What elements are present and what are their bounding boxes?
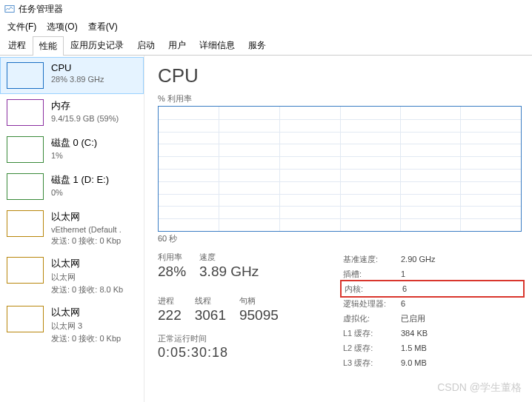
sidebar-item-sub: 以太网 3 <box>51 321 139 332</box>
menubar: 文件(F) 选项(O) 查看(V) <box>0 18 532 34</box>
titlebar: 任务管理器 <box>0 0 532 18</box>
ethernet-thumb-icon <box>7 306 44 332</box>
sidebar-item-disk0[interactable]: 磁盘 0 (C:) 1% <box>0 131 144 168</box>
window-title: 任务管理器 <box>19 3 63 16</box>
sidebar-item-label: CPU <box>51 62 139 73</box>
main: CPU 28% 3.89 GHz 内存 9.4/15.9 GB (59%) 磁盘… <box>0 56 532 402</box>
sidebar-item-sub: 以太网 <box>51 272 139 283</box>
sidebar-item-label: 以太网 <box>51 210 139 224</box>
sidebar-item-sub2: 发送: 0 接收: 0 Kbp <box>51 235 139 247</box>
menu-options[interactable]: 选项(O) <box>42 19 82 33</box>
stats-area: 利用率 28% 速度 3.89 GHz 进程 222 线程 3061 句柄 <box>158 252 522 370</box>
sidebar-item-sub: 0% <box>51 188 139 197</box>
stat-processes: 进程 222 <box>158 295 182 329</box>
sidebar-item-label: 磁盘 1 (D: E:) <box>51 173 139 187</box>
sidebar-item-label: 磁盘 0 (C:) <box>51 136 139 150</box>
sidebar-item-label: 内存 <box>51 99 139 113</box>
stat-uptime: 正常运行时间 0:05:30:18 <box>158 333 307 366</box>
tab-startup[interactable]: 启动 <box>130 36 162 55</box>
sidebar-item-sub2: 发送: 0 接收: 8.0 Kb <box>51 284 139 295</box>
app-icon <box>4 4 15 14</box>
tab-performance[interactable]: 性能 <box>33 36 64 56</box>
disk-thumb-icon <box>7 173 44 200</box>
ethernet-thumb-icon <box>7 210 44 237</box>
chart-x-label: 60 秒 <box>158 233 522 244</box>
spec-base-speed: 基准速度:2.90 GHz <box>343 252 522 267</box>
memory-thumb-icon <box>7 99 44 126</box>
cpu-thumb-icon <box>7 62 44 89</box>
sidebar-item-disk1[interactable]: 磁盘 1 (D: E:) 0% <box>0 168 144 205</box>
ethernet-thumb-icon <box>7 257 44 284</box>
chart-y-label: % 利用率 <box>158 93 522 104</box>
spec-sockets: 插槽:1 <box>343 267 522 281</box>
stat-speed: 速度 3.89 GHz <box>199 252 259 285</box>
sidebar-item-sub: 1% <box>51 151 139 160</box>
spec-l1: L1 缓存:384 KB <box>343 326 522 341</box>
sidebar-item-label: 以太网 <box>51 257 139 270</box>
disk-thumb-icon <box>7 136 44 163</box>
stats-right: 基准速度:2.90 GHz 插槽:1 内核:6 逻辑处理器:6 虚拟化:已启用 … <box>343 252 522 370</box>
sidebar-item-ethernet2[interactable]: 以太网 以太网 3 发送: 0 接收: 0 Kbp <box>0 301 144 349</box>
spec-virtualization: 虚拟化:已启用 <box>343 311 522 326</box>
sidebar-item-sub2: 发送: 0 接收: 0 Kbp <box>51 333 139 344</box>
sidebar-item-ethernet1[interactable]: 以太网 以太网 发送: 0 接收: 8.0 Kb <box>0 252 144 301</box>
detail-pane: CPU % 利用率 60 秒 利用率 28% 速度 3.89 GHz 进程 22… <box>144 56 532 402</box>
stat-threads: 线程 3061 <box>195 295 226 329</box>
sidebar-item-sub: vEthernet (Default . <box>51 225 139 234</box>
sidebar-item-label: 以太网 <box>51 306 139 319</box>
tab-services[interactable]: 服务 <box>242 36 273 55</box>
tabstrip: 进程 性能 应用历史记录 启动 用户 详细信息 服务 <box>0 36 532 56</box>
sidebar-item-memory[interactable]: 内存 9.4/15.9 GB (59%) <box>0 94 144 131</box>
spec-l3: L3 缓存:9.0 MB <box>343 355 522 370</box>
sidebar-item-ethernet0[interactable]: 以太网 vEthernet (Default . 发送: 0 接收: 0 Kbp <box>0 205 144 252</box>
sidebar-item-cpu[interactable]: CPU 28% 3.89 GHz <box>0 57 144 94</box>
detail-heading: CPU <box>158 64 522 87</box>
tab-details[interactable]: 详细信息 <box>193 36 242 55</box>
sidebar-item-sub: 28% 3.89 GHz <box>51 75 139 84</box>
stat-utilization: 利用率 28% <box>158 252 186 285</box>
spec-logical: 逻辑处理器:6 <box>343 296 522 311</box>
stat-handles: 句柄 95095 <box>239 295 279 329</box>
tab-users[interactable]: 用户 <box>162 36 193 55</box>
menu-file[interactable]: 文件(F) <box>3 19 41 33</box>
stats-left: 利用率 28% 速度 3.89 GHz 进程 222 线程 3061 句柄 <box>158 252 321 370</box>
sidebar-item-sub: 9.4/15.9 GB (59%) <box>51 114 139 123</box>
spec-cores: 内核:6 <box>340 280 525 298</box>
spec-l2: L2 缓存:1.5 MB <box>343 341 522 355</box>
sidebar: CPU 28% 3.89 GHz 内存 9.4/15.9 GB (59%) 磁盘… <box>0 56 144 402</box>
cpu-chart <box>158 106 522 232</box>
tab-apphistory[interactable]: 应用历史记录 <box>64 36 130 55</box>
menu-view[interactable]: 查看(V) <box>84 19 122 33</box>
tab-processes[interactable]: 进程 <box>1 36 33 55</box>
